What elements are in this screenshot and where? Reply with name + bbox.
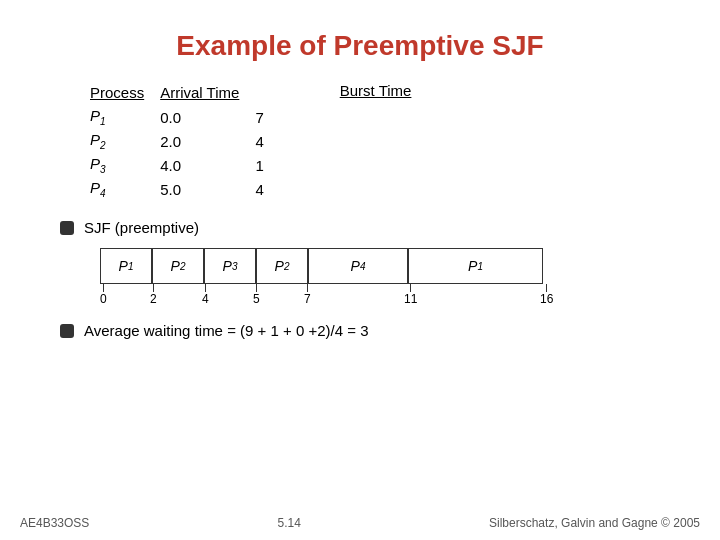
- burst-time-header: Burst Time: [340, 82, 412, 100]
- col-burst-header: [255, 82, 279, 105]
- gantt-timeline: 0 2 4 5: [100, 284, 595, 308]
- avg-section: Average waiting time = (9 + 1 + 0 +2)/4 …: [60, 322, 690, 339]
- page-title: Example of Preemptive SJF: [30, 30, 690, 62]
- col-process-header: Process: [90, 82, 160, 105]
- table-section: Process Arrival Time P1 0.0 7 P2 2.0 4: [90, 82, 690, 201]
- burst-p1: 7: [255, 105, 279, 129]
- tick-7: 7: [304, 284, 311, 306]
- gantt-cell-p1-end: P1: [408, 248, 543, 284]
- process-p1: P1: [90, 105, 160, 129]
- gantt-container: P1 P2 P3 P2 P4 P1 0: [100, 248, 690, 308]
- gantt-cell-p1-start: P1: [100, 248, 152, 284]
- tick-2: 2: [150, 284, 157, 306]
- tick-4: 4: [202, 284, 209, 306]
- table-row: P2 2.0 4: [90, 129, 280, 153]
- footer-right: Silberschatz, Galvin and Gagne © 2005: [489, 516, 700, 530]
- footer: AE4B33OSS 5.14 Silberschatz, Galvin and …: [20, 516, 700, 530]
- arrival-p3: 4.0: [160, 153, 255, 177]
- main-content: Process Arrival Time P1 0.0 7 P2 2.0 4: [90, 82, 690, 339]
- burst-p3: 1: [255, 153, 279, 177]
- bullet-icon: [60, 221, 74, 235]
- col-arrival-header: Arrival Time: [160, 82, 255, 105]
- arrival-p4: 5.0: [160, 177, 255, 201]
- process-p4: P4: [90, 177, 160, 201]
- tick-0: 0: [100, 284, 107, 306]
- burst-p4: 4: [255, 177, 279, 201]
- footer-center: 5.14: [278, 516, 301, 530]
- gantt-bar-row: P1 P2 P3 P2 P4 P1: [100, 248, 690, 284]
- avg-label: Average waiting time = (9 + 1 + 0 +2)/4 …: [84, 322, 368, 339]
- gantt-cell-p2-long: P2: [256, 248, 308, 284]
- tick-5: 5: [253, 284, 260, 306]
- tick-16: 16: [540, 284, 553, 306]
- gantt-cell-p4: P4: [308, 248, 408, 284]
- page: Example of Preemptive SJF Process Arriva…: [0, 0, 720, 540]
- process-p2: P2: [90, 129, 160, 153]
- table-row: P3 4.0 1: [90, 153, 280, 177]
- table-row: P4 5.0 4: [90, 177, 280, 201]
- burst-header-label: Burst Time: [340, 80, 412, 99]
- arrival-p1: 0.0: [160, 105, 255, 129]
- tick-11: 11: [404, 284, 417, 306]
- burst-p2: 4: [255, 129, 279, 153]
- footer-left: AE4B33OSS: [20, 516, 89, 530]
- gantt-cell-p2: P2: [152, 248, 204, 284]
- sjf-label: SJF (preemptive): [84, 219, 199, 236]
- avg-bullet-icon: [60, 324, 74, 338]
- process-table: Process Arrival Time P1 0.0 7 P2 2.0 4: [90, 82, 280, 201]
- process-p3: P3: [90, 153, 160, 177]
- arrival-p2: 2.0: [160, 129, 255, 153]
- gantt-cell-p3: P3: [204, 248, 256, 284]
- gantt-section: P1 P2 P3 P2 P4 P1 0: [90, 248, 690, 308]
- table-row: P1 0.0 7: [90, 105, 280, 129]
- sjf-bullet-section: SJF (preemptive): [60, 219, 690, 236]
